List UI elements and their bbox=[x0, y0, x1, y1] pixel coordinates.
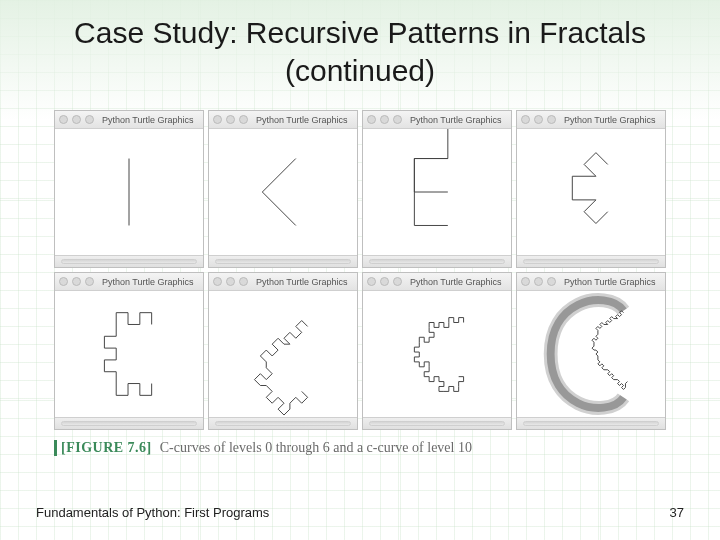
window-scrollbar bbox=[517, 255, 665, 267]
turtle-window-level-10: Python Turtle Graphics bbox=[516, 272, 666, 430]
window-scrollbar bbox=[363, 417, 511, 429]
window-title-label: Python Turtle Graphics bbox=[256, 277, 348, 287]
window-grid: Python Turtle Graphics Python Turtle Gra… bbox=[54, 110, 666, 430]
window-titlebar: Python Turtle Graphics bbox=[363, 111, 511, 129]
turtle-canvas bbox=[55, 291, 203, 417]
figure-tag: [FIGURE 7.6] bbox=[54, 440, 152, 456]
turtle-window-level-6: Python Turtle Graphics bbox=[362, 272, 512, 430]
c-curve-level-4-icon bbox=[55, 291, 203, 417]
turtle-canvas bbox=[363, 291, 511, 417]
window-titlebar: Python Turtle Graphics bbox=[517, 111, 665, 129]
traffic-light-icon bbox=[534, 115, 543, 124]
window-title-label: Python Turtle Graphics bbox=[410, 115, 502, 125]
turtle-canvas bbox=[363, 129, 511, 255]
window-title-label: Python Turtle Graphics bbox=[102, 277, 194, 287]
window-titlebar: Python Turtle Graphics bbox=[517, 273, 665, 291]
traffic-light-icon bbox=[547, 277, 556, 286]
window-titlebar: Python Turtle Graphics bbox=[363, 273, 511, 291]
traffic-light-icon bbox=[393, 277, 402, 286]
figure-caption-text: C-curves of levels 0 through 6 and a c-c… bbox=[160, 440, 472, 456]
page-number: 37 bbox=[670, 505, 684, 520]
window-scrollbar bbox=[209, 255, 357, 267]
figure: Python Turtle Graphics Python Turtle Gra… bbox=[54, 110, 666, 456]
traffic-light-icon bbox=[213, 115, 222, 124]
turtle-window-level-1: Python Turtle Graphics bbox=[208, 110, 358, 268]
c-curve-level-1-icon bbox=[209, 129, 357, 255]
traffic-light-icon bbox=[213, 277, 222, 286]
traffic-light-icon bbox=[85, 277, 94, 286]
traffic-light-icon bbox=[72, 277, 81, 286]
window-titlebar: Python Turtle Graphics bbox=[55, 273, 203, 291]
window-title-label: Python Turtle Graphics bbox=[564, 115, 656, 125]
turtle-canvas bbox=[209, 291, 357, 417]
traffic-light-icon bbox=[367, 277, 376, 286]
slide-title: Case Study: Recursive Patterns in Fracta… bbox=[0, 0, 720, 89]
traffic-light-icon bbox=[393, 115, 402, 124]
turtle-window-level-5: Python Turtle Graphics bbox=[208, 272, 358, 430]
turtle-window-level-3: Python Turtle Graphics bbox=[516, 110, 666, 268]
traffic-light-icon bbox=[72, 115, 81, 124]
window-titlebar: Python Turtle Graphics bbox=[209, 273, 357, 291]
window-title-label: Python Turtle Graphics bbox=[410, 277, 502, 287]
turtle-canvas bbox=[517, 129, 665, 255]
c-curve-level-3-icon bbox=[517, 129, 665, 255]
turtle-canvas bbox=[209, 129, 357, 255]
traffic-light-icon bbox=[367, 115, 376, 124]
window-scrollbar bbox=[55, 417, 203, 429]
turtle-canvas bbox=[517, 291, 665, 417]
traffic-light-icon bbox=[59, 115, 68, 124]
figure-caption: [FIGURE 7.6] C-curves of levels 0 throug… bbox=[54, 440, 666, 456]
c-curve-level-6-icon bbox=[363, 291, 511, 417]
traffic-light-icon bbox=[226, 115, 235, 124]
traffic-light-icon bbox=[534, 277, 543, 286]
traffic-light-icon bbox=[59, 277, 68, 286]
traffic-light-icon bbox=[239, 115, 248, 124]
window-title-label: Python Turtle Graphics bbox=[564, 277, 656, 287]
window-scrollbar bbox=[209, 417, 357, 429]
turtle-window-level-0: Python Turtle Graphics bbox=[54, 110, 204, 268]
window-scrollbar bbox=[55, 255, 203, 267]
footer-book-title: Fundamentals of Python: First Programs bbox=[36, 505, 269, 520]
window-scrollbar bbox=[517, 417, 665, 429]
turtle-window-level-2: Python Turtle Graphics bbox=[362, 110, 512, 268]
traffic-light-icon bbox=[239, 277, 248, 286]
traffic-light-icon bbox=[521, 115, 530, 124]
turtle-canvas bbox=[55, 129, 203, 255]
traffic-light-icon bbox=[85, 115, 94, 124]
window-titlebar: Python Turtle Graphics bbox=[55, 111, 203, 129]
c-curve-level-5-icon bbox=[209, 291, 357, 417]
turtle-window-level-4: Python Turtle Graphics bbox=[54, 272, 204, 430]
window-title-label: Python Turtle Graphics bbox=[102, 115, 194, 125]
c-curve-level-10-icon bbox=[517, 291, 665, 417]
window-scrollbar bbox=[363, 255, 511, 267]
window-titlebar: Python Turtle Graphics bbox=[209, 111, 357, 129]
traffic-light-icon bbox=[547, 115, 556, 124]
traffic-light-icon bbox=[380, 277, 389, 286]
traffic-light-icon bbox=[226, 277, 235, 286]
traffic-light-icon bbox=[380, 115, 389, 124]
slide: Case Study: Recursive Patterns in Fracta… bbox=[0, 0, 720, 540]
c-curve-level-0-icon bbox=[55, 129, 203, 255]
traffic-light-icon bbox=[521, 277, 530, 286]
c-curve-level-2-icon bbox=[363, 129, 511, 255]
window-title-label: Python Turtle Graphics bbox=[256, 115, 348, 125]
